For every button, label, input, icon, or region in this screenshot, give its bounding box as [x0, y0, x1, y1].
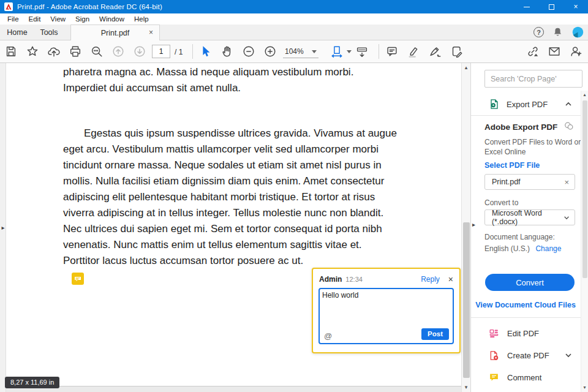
notifications-bell-icon[interactable]: [552, 26, 564, 38]
nav-pane-expand-icon[interactable]: ▸: [0, 221, 6, 233]
toolbar-separator: [192, 44, 193, 59]
tab-document-label: Print.pdf: [101, 29, 130, 37]
tab-close-icon[interactable]: ×: [149, 28, 153, 37]
tab-home[interactable]: Home: [2, 24, 32, 40]
sidebar-item-edit-pdf[interactable]: Edit PDF: [471, 325, 580, 342]
create-pdf-label: Create PDF: [507, 351, 549, 360]
create-pdf-icon: [488, 350, 500, 361]
scrollbar-thumb[interactable]: [463, 222, 470, 378]
print-button[interactable]: [68, 44, 83, 59]
scrollbar-thumb[interactable]: [582, 100, 587, 278]
sticky-note-annotation-icon[interactable]: [72, 273, 84, 285]
maximize-button[interactable]: [539, 0, 564, 13]
page-size-badge: 8,27 x 11,69 in: [5, 377, 59, 388]
selected-file-field[interactable]: Print.pdf ×: [484, 174, 575, 190]
select-tool-button[interactable]: [198, 44, 213, 59]
tab-document[interactable]: Print.pdf ×: [70, 24, 160, 40]
minimize-button[interactable]: [514, 0, 539, 13]
format-dropdown[interactable]: Microsoft Word (*.docx): [484, 209, 575, 225]
comment-label: Comment: [507, 373, 541, 382]
sidebar-item-partial[interactable]: [471, 390, 580, 392]
scroll-down-icon[interactable]: ▾: [462, 383, 470, 392]
tools-sidebar: ▸ Export PDF Adobe Export PDF Convert PD…: [470, 63, 588, 392]
previous-page-button[interactable]: [111, 44, 126, 59]
zoom-in-button[interactable]: [263, 44, 277, 59]
sidebar-item-comment[interactable]: Comment: [471, 369, 580, 386]
edit-pdf-label: Edit PDF: [507, 329, 539, 338]
format-value: Microsoft Word (*.docx): [492, 209, 564, 226]
share-with-people-button[interactable]: [568, 44, 583, 59]
text-line: Egestas quis ipsum suspendisse ultrices …: [63, 126, 397, 141]
popup-close-icon[interactable]: ×: [448, 274, 453, 284]
tab-bar: Home Tools Print.pdf × ?: [0, 24, 588, 40]
scroll-down-icon[interactable]: ▾: [581, 383, 588, 392]
more-tools-button[interactable]: [449, 44, 464, 59]
scroll-up-icon[interactable]: ▴: [581, 91, 588, 99]
hand-tool-button[interactable]: [220, 44, 235, 59]
comment-tool-button[interactable]: [385, 44, 399, 59]
export-pdf-header[interactable]: Export PDF: [471, 95, 580, 113]
menu-bar: File Edit View Sign Window Help: [0, 13, 588, 24]
clear-file-icon[interactable]: ×: [564, 178, 569, 187]
save-button[interactable]: [4, 44, 18, 59]
text-line: venenatis. Nunc mattis enim ut tellus el…: [63, 237, 397, 253]
change-language-link[interactable]: Change: [535, 244, 561, 253]
title-bar: Print.pdf - Adobe Acrobat Reader DC (64-…: [0, 0, 588, 13]
fill-sign-tool-button[interactable]: [428, 44, 442, 59]
sidebar-collapse-icon[interactable]: ▸: [472, 221, 475, 228]
cloud-upload-button[interactable]: [47, 44, 61, 59]
menu-view[interactable]: View: [45, 15, 70, 23]
star-favorite-button[interactable]: [25, 44, 40, 59]
comment-icon: [488, 372, 500, 383]
sidebar-scrollbar[interactable]: ▴ ▾: [581, 91, 588, 392]
email-button[interactable]: [547, 44, 562, 59]
export-pdf-icon: [488, 98, 500, 110]
zoom-level-value: 104%: [285, 47, 304, 56]
chevron-up-icon[interactable]: [565, 100, 572, 108]
menu-file[interactable]: File: [2, 15, 24, 23]
chevron-down-icon[interactable]: [565, 352, 572, 359]
text-line: Nec ultrices dui sapien eget mi. Sem et …: [63, 221, 397, 237]
comment-popup: Admin 12:34 Reply × Hello world @ Post: [312, 268, 461, 353]
menu-edit[interactable]: Edit: [24, 15, 46, 23]
comment-textarea[interactable]: Hello world: [322, 291, 451, 328]
reply-link[interactable]: Reply: [421, 275, 440, 284]
close-button[interactable]: ×: [564, 0, 588, 13]
highlight-tool-button[interactable]: [406, 44, 421, 59]
maximize-icon: [549, 4, 554, 10]
export-service-icon: [563, 120, 575, 132]
fit-width-button[interactable]: [330, 44, 344, 59]
selected-file-name: Print.pdf: [492, 178, 521, 186]
user-avatar[interactable]: [571, 26, 584, 39]
text-line: eget arcu. Vestibulum mattis ullamcorper…: [63, 141, 397, 157]
edit-pdf-icon: [488, 328, 500, 339]
tool-search-input[interactable]: [484, 70, 582, 88]
post-button[interactable]: Post: [421, 328, 449, 340]
scroll-up-icon[interactable]: ▴: [462, 63, 470, 72]
export-pdf-label: Export PDF: [507, 100, 548, 109]
help-button[interactable]: ?: [533, 27, 544, 37]
fit-width-dropdown-icon[interactable]: [347, 50, 352, 53]
convert-button[interactable]: Convert: [485, 274, 575, 291]
comment-time: 12:34: [345, 276, 363, 283]
view-cloud-files-link[interactable]: View Document Cloud Files: [471, 301, 580, 309]
tab-tools[interactable]: Tools: [34, 24, 64, 40]
page-scrolling-button[interactable]: [355, 45, 369, 59]
adobe-reader-icon: [4, 2, 13, 11]
search-button[interactable]: [89, 44, 104, 59]
comment-author: Admin: [319, 275, 342, 284]
sidebar-item-create-pdf[interactable]: Create PDF: [471, 347, 580, 364]
menu-help[interactable]: Help: [129, 15, 154, 23]
select-pdf-file-link[interactable]: Select PDF File: [484, 161, 540, 170]
menu-sign[interactable]: Sign: [70, 15, 94, 23]
next-page-button[interactable]: [132, 44, 147, 59]
minimize-icon: [524, 7, 530, 7]
zoom-out-button[interactable]: [241, 44, 256, 59]
zoom-level-dropdown[interactable]: 104%: [283, 45, 318, 58]
mention-button[interactable]: @: [324, 331, 332, 341]
toolbar-separator: [379, 44, 379, 59]
share-link-button[interactable]: [526, 44, 540, 59]
menu-window[interactable]: Window: [94, 15, 129, 23]
page-number-input[interactable]: [152, 45, 170, 58]
document-scrollbar[interactable]: ▴ ▾: [461, 63, 470, 392]
